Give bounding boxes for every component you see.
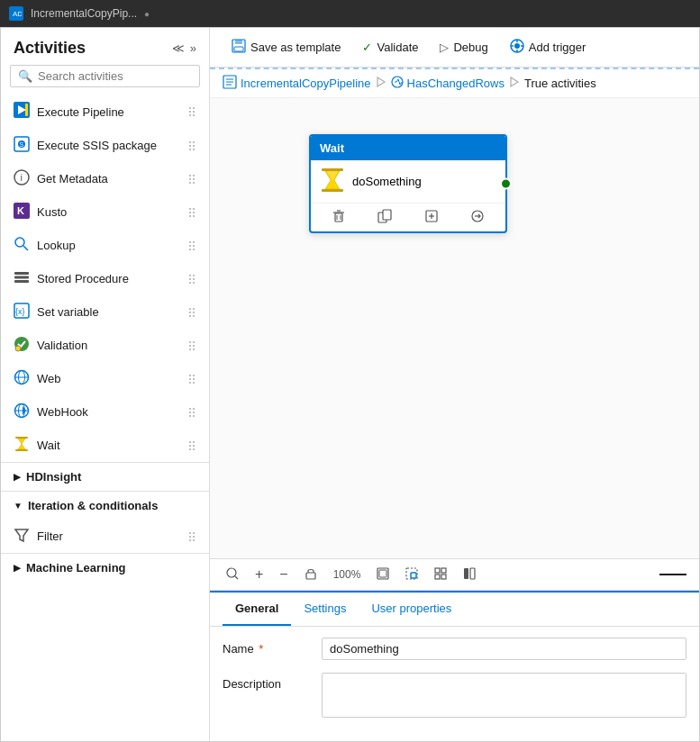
- activity-node-title: Wait: [320, 141, 344, 155]
- svg-point-61: [227, 568, 236, 577]
- section-ml[interactable]: ▶ Machine Learning: [1, 554, 209, 582]
- list-item[interactable]: Stored Procedure: [1, 262, 209, 295]
- section-iteration[interactable]: ▼ Iteration & conditionals: [1, 492, 209, 520]
- tab-general[interactable]: General: [223, 593, 291, 626]
- expand-icon[interactable]: »: [190, 41, 196, 55]
- svg-rect-33: [234, 47, 243, 51]
- copy-action-icon[interactable]: [424, 209, 439, 226]
- title-dot: ●: [144, 9, 150, 19]
- list-item[interactable]: Lookup: [1, 229, 209, 262]
- activity-node-name: doSomething: [352, 175, 422, 188]
- save-as-template-button[interactable]: Save as template: [223, 35, 350, 59]
- canvas-toolbar: + − 100%: [210, 558, 699, 591]
- svg-marker-44: [377, 77, 385, 86]
- activity-label: Get Metadata: [37, 172, 108, 186]
- list-item[interactable]: Execute Pipeline: [1, 95, 209, 129]
- breadcrumb-sep2: [508, 76, 521, 91]
- description-label: Description: [223, 673, 322, 691]
- activity-label: Validation: [37, 339, 87, 352]
- drag-handle: [187, 240, 196, 252]
- search-box: 🔍: [10, 65, 200, 87]
- description-input[interactable]: [322, 673, 686, 718]
- list-item[interactable]: K Kusto: [1, 195, 209, 229]
- chevron-right-icon: ▶: [14, 563, 21, 573]
- chevron-right-icon: ▶: [14, 472, 21, 482]
- drag-handle: [187, 173, 196, 186]
- activity-node-icon: [320, 167, 345, 195]
- list-item[interactable]: Web: [1, 362, 209, 395]
- breadcrumb-activity[interactable]: HasChangedRows: [407, 77, 505, 90]
- breadcrumb-activity-icon: [391, 76, 404, 91]
- layout-tool[interactable]: [431, 566, 450, 584]
- name-label: Name *: [223, 638, 322, 656]
- select-tool[interactable]: [402, 566, 422, 584]
- svg-point-45: [392, 77, 403, 87]
- get-metadata-icon: i: [14, 169, 30, 188]
- name-input[interactable]: [322, 638, 686, 660]
- app-icon: ADF: [9, 6, 23, 21]
- tab-settings[interactable]: Settings: [291, 593, 359, 626]
- list-item[interactable]: Filter: [1, 520, 209, 553]
- lookup-icon: [14, 236, 30, 255]
- list-item[interactable]: Validation: [1, 329, 209, 362]
- breadcrumb-pipeline[interactable]: IncrementalCopyPipeline: [241, 77, 371, 90]
- list-item[interactable]: S Execute SSIS package: [1, 129, 209, 162]
- svg-text:{x}: {x}: [15, 307, 25, 316]
- list-item[interactable]: Wait: [1, 429, 209, 462]
- svg-rect-14: [14, 272, 29, 275]
- svg-rect-65: [379, 570, 386, 577]
- properties-grid: Name * Description: [210, 627, 699, 741]
- validate-button[interactable]: ✓ Validate: [353, 37, 427, 58]
- resize-handle[interactable]: [659, 574, 686, 575]
- tab-user-properties-label: User properties: [371, 602, 451, 615]
- list-item[interactable]: i Get Metadata: [1, 162, 209, 195]
- tab-settings-label: Settings: [304, 602, 346, 615]
- canvas-area[interactable]: Wait doSomething: [210, 98, 699, 558]
- drag-handle: [187, 105, 196, 118]
- stored-procedure-icon: [14, 269, 30, 288]
- sidebar: Activities ≪ » 🔍 Execute Pipeline: [1, 28, 210, 741]
- svg-rect-63: [306, 573, 315, 579]
- section-label: Iteration & conditionals: [28, 499, 158, 512]
- svg-rect-29: [15, 449, 28, 451]
- drag-handle: [187, 530, 196, 543]
- zoom-search-tool[interactable]: [223, 566, 242, 584]
- bottom-panel: General Settings User properties Name *: [210, 591, 699, 741]
- add-trigger-button[interactable]: Add trigger: [501, 35, 595, 59]
- wait-icon: [14, 436, 30, 455]
- tab-user-properties[interactable]: User properties: [359, 593, 464, 626]
- validate-label: Validate: [377, 41, 418, 54]
- minus-tool[interactable]: −: [276, 565, 291, 584]
- success-indicator: [500, 178, 512, 190]
- activity-node[interactable]: Wait doSomething: [309, 134, 507, 233]
- lock-tool[interactable]: [301, 566, 321, 584]
- search-icon: 🔍: [18, 69, 32, 83]
- dark-mode-tool[interactable]: [459, 566, 479, 584]
- svg-point-35: [514, 43, 520, 49]
- debug-button[interactable]: ▷ Debug: [431, 37, 496, 58]
- add-tool[interactable]: +: [251, 565, 267, 584]
- title-bar: ADF IncrementalCopyPip... ●: [0, 0, 700, 27]
- web-icon: [14, 369, 30, 388]
- section-hdinsight[interactable]: ▶ HDInsight: [1, 463, 209, 491]
- activity-label: Web: [37, 372, 61, 385]
- svg-rect-16: [14, 280, 29, 283]
- zoom-level-tool[interactable]: 100%: [330, 566, 365, 583]
- svg-marker-30: [15, 529, 28, 541]
- search-input[interactable]: [38, 69, 192, 83]
- sidebar-title: Activities: [14, 39, 86, 58]
- svg-text:i: i: [21, 172, 23, 183]
- arrow-action-icon[interactable]: [470, 209, 485, 226]
- delete-action-icon[interactable]: [332, 209, 346, 226]
- activity-label: Set variable: [37, 305, 99, 319]
- svg-rect-69: [441, 568, 446, 573]
- tab-bar: General Settings User properties: [210, 593, 699, 627]
- clone-action-icon[interactable]: [377, 209, 392, 226]
- list-item[interactable]: WebHook: [1, 395, 209, 429]
- list-item[interactable]: {x} Set variable: [1, 295, 209, 329]
- activity-label: Filter: [37, 529, 63, 543]
- fit-tool[interactable]: [373, 566, 393, 584]
- main-container: Activities ≪ » 🔍 Execute Pipeline: [0, 27, 700, 742]
- svg-text:K: K: [17, 205, 24, 216]
- collapse-icon[interactable]: ≪: [172, 41, 185, 55]
